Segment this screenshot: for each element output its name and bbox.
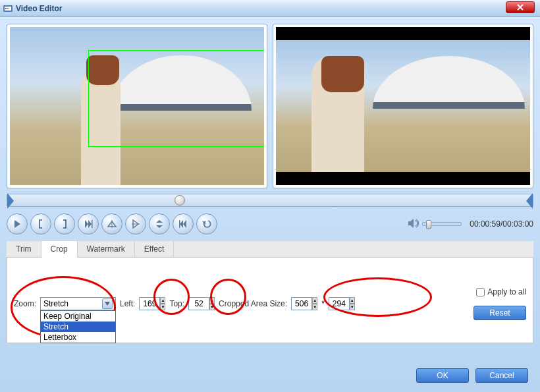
top-spinner[interactable]: ▲▼ [188, 297, 215, 310]
zoom-value: Stretch [43, 299, 68, 308]
chevron-down-icon [102, 298, 113, 309]
tab-bar: Trim Crop Watermark Effect [7, 241, 533, 258]
ok-button[interactable]: OK [416, 368, 469, 383]
top-label: Top: [169, 299, 184, 308]
bracket-close-button[interactable] [54, 213, 75, 235]
trim-end-marker[interactable] [526, 193, 533, 209]
output-preview-pane [273, 24, 533, 188]
crop-rectangle[interactable] [88, 50, 264, 147]
volume-slider[interactable] [422, 222, 462, 226]
tab-effect[interactable]: Effect [135, 241, 174, 257]
zoom-option-stretch[interactable]: Stretch [41, 322, 115, 332]
left-spinner[interactable]: ▲▼ [139, 297, 165, 310]
area-label: Cropped Area Size: [219, 299, 287, 308]
svg-point-2 [5, 8, 7, 9]
zoom-label: Zoom: [14, 299, 36, 308]
reset-button[interactable]: Reset [473, 306, 526, 320]
next-frame-button[interactable] [78, 213, 99, 235]
window-title: Video Editor [16, 4, 62, 13]
volume-thumb[interactable] [426, 220, 431, 229]
top-down[interactable]: ▼ [209, 304, 215, 310]
play-button[interactable] [7, 213, 28, 235]
flip-vertical-button[interactable] [125, 213, 146, 235]
zoom-option-letterbox[interactable]: Letterbox [41, 332, 115, 343]
svg-rect-4 [92, 220, 93, 228]
playhead[interactable] [175, 195, 185, 206]
source-preview-pane [7, 24, 267, 188]
top-up[interactable]: ▲ [209, 297, 215, 304]
height-down[interactable]: ▼ [350, 304, 355, 310]
left-down[interactable]: ▼ [160, 304, 165, 310]
mirror-button[interactable] [149, 213, 170, 235]
bracket-open-button[interactable] [30, 213, 51, 235]
svg-point-3 [7, 8, 9, 9]
skip-back-button[interactable] [173, 213, 194, 235]
source-preview[interactable] [10, 27, 264, 185]
tab-watermark[interactable]: Watermark [78, 241, 135, 257]
height-spinner[interactable]: ▲▼ [329, 297, 355, 310]
width-spinner[interactable]: ▲▼ [291, 297, 317, 310]
app-icon [3, 3, 13, 14]
left-label: Left: [120, 299, 135, 308]
close-button[interactable] [506, 1, 535, 13]
trim-start-marker[interactable] [7, 193, 14, 209]
titlebar: Video Editor [0, 0, 540, 17]
zoom-dropdown[interactable]: Stretch [40, 297, 116, 310]
height-input[interactable] [329, 297, 350, 310]
apply-to-all-checkbox[interactable] [476, 288, 485, 296]
output-preview [276, 27, 530, 185]
time-display: 00:00:59/00:03:00 [470, 219, 533, 229]
timeline-slider[interactable] [7, 194, 533, 207]
crop-panel: Zoom: Stretch Keep Original Stretch Lett… [7, 258, 533, 343]
area-separator: * [321, 299, 325, 308]
top-input[interactable] [188, 297, 209, 310]
zoom-dropdown-list: Keep Original Stretch Letterbox [40, 310, 116, 343]
volume-icon[interactable] [406, 217, 419, 232]
apply-to-all-label: Apply to all [487, 287, 526, 296]
left-up[interactable]: ▲ [160, 297, 165, 304]
width-down[interactable]: ▼ [312, 304, 317, 310]
undo-button[interactable] [196, 213, 217, 235]
width-input[interactable] [291, 297, 312, 310]
tab-crop[interactable]: Crop [41, 241, 78, 258]
width-up[interactable]: ▲ [312, 297, 317, 304]
cancel-button[interactable]: Cancel [475, 368, 528, 383]
height-up[interactable]: ▲ [350, 297, 355, 304]
left-input[interactable] [139, 297, 160, 310]
zoom-option-keep-original[interactable]: Keep Original [41, 311, 115, 322]
tab-trim[interactable]: Trim [7, 241, 41, 257]
flip-horizontal-button[interactable] [101, 213, 122, 235]
apply-to-all-wrap[interactable]: Apply to all [476, 287, 526, 296]
